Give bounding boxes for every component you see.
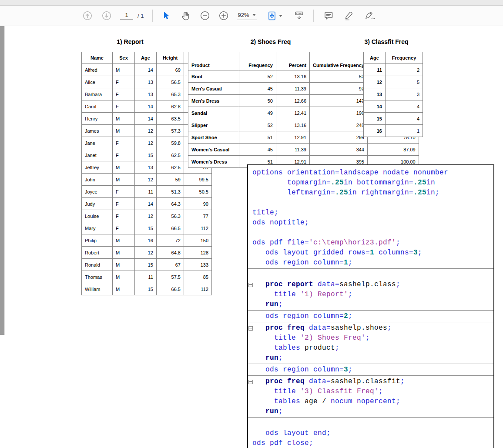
table-cell: 51 [239,131,276,144]
table-cell: 62.5 [157,161,184,174]
zoom-in-button[interactable] [219,11,228,20]
table-cell: 50 [239,95,276,107]
table-cell: F [113,198,135,210]
table-cell: 12.91 [276,131,310,144]
table-cell: 52 [239,119,276,131]
table-cell: 62.8 [157,100,184,113]
code-token: age / [305,398,331,405]
code-fold-icon[interactable] [248,326,253,331]
table-row: JudyF1464.390 [82,198,212,210]
table-cell: 3 [386,88,423,100]
hand-tool-button[interactable] [181,11,191,21]
table-cell: 52 [310,70,368,83]
code-token: ods layout gridded rows= [252,249,370,257]
report-table-title: 1) Report [81,38,179,45]
table-cell: 11.39 [276,144,310,156]
code-token: ; [379,388,383,395]
fit-page-button[interactable] [267,11,277,21]
code-token: ; [335,344,339,352]
table-cell: Jeffrey [82,161,113,174]
page-up-button[interactable] [83,11,92,20]
table-cell: M [113,113,135,125]
table-cell: 16 [364,125,386,137]
table-cell: 5 [386,76,423,88]
table-cell: 67 [157,259,184,271]
zoom-out-button[interactable] [200,11,210,20]
table-cell: M [113,283,135,295]
table-cell: Henry [82,113,113,125]
table-cell: 4 [386,113,423,125]
table-cell: 62.5 [157,149,184,161]
code-line: tables age / nocum nopercent; [252,397,493,407]
classfit-table-grid: AgeFrequency112125133144154161 [363,52,423,137]
table-cell: 12 [135,210,157,222]
table-cell: Alice [82,76,113,88]
code-token: in; [426,189,439,197]
code-line: ods layout gridded rows=1 columns=3; [252,248,493,258]
code-line: ods noptitle; [252,218,493,228]
code-section-divider [248,375,493,376]
code-line: ods pdf file='c:\temp\horiz3.pdf'; [252,238,493,248]
table-cell: 66.5 [157,283,184,295]
code-token: ; [348,291,352,298]
page-number-input[interactable]: 1 [120,12,133,20]
hide-toolbar-button[interactable] [294,10,305,21]
comment-button[interactable] [323,11,334,20]
select-tool-button[interactable] [161,11,170,20]
page-down-icon [102,11,111,20]
code-token: ods region column= [252,312,344,320]
code-token: ; [278,408,283,415]
table-header-row: AgeFrequency [364,52,423,64]
table-cell: 14 [135,100,157,113]
table-cell: 45 [239,144,276,156]
code-token: topmargin= [252,179,331,187]
table-cell: 59 [157,174,184,186]
highlight-button[interactable] [343,10,354,21]
table-cell: 13 [135,76,157,88]
fill-and-sign-button[interactable] [364,11,376,21]
page-down-button[interactable] [102,11,111,20]
hand-icon [181,11,191,21]
table-cell: 13.16 [276,119,310,131]
zoom-level-dropdown[interactable]: 92% [237,12,256,20]
table-cell: 11 [135,271,157,283]
table-cell: Robert [82,247,113,259]
table-cell: 12 [135,247,157,259]
code-token: 1 [344,259,348,267]
code-token: ; [396,281,400,288]
table-cell: 63.5 [157,113,184,125]
code-fold-icon[interactable] [248,283,253,287]
code-line: ods layout end; [252,428,493,438]
column-header: Name [82,52,113,64]
table-cell: Sport Shoe [188,131,239,144]
table-cell: 87.09 [367,144,419,156]
table-cell: 344 [310,144,368,156]
fit-page-dropdown[interactable] [279,15,282,17]
code-token: in [426,179,435,187]
table-cell: 90 [184,198,212,210]
code-line: title '3) Classfit Freq'; [252,387,493,397]
table-cell: 57.5 [157,271,184,283]
table-cell: 12 [364,76,386,88]
code-token: ; [348,259,352,267]
code-fold-icon[interactable] [248,380,253,384]
table-cell: 14 [135,113,157,125]
code-token: tables [252,344,305,352]
column-header: Product [188,52,239,70]
code-line: run; [252,407,493,417]
code-token: data= [309,378,331,385]
toolbar-divider [313,10,314,22]
table-cell: Mary [82,222,113,234]
table-cell: 14 [364,100,386,113]
table-cell: Janet [82,149,113,161]
code-token: ; [348,312,352,320]
code-token: ods layout end; [252,429,331,437]
table-cell: F [113,137,135,149]
table-cell: Sandal [188,107,239,119]
code-token: title; [252,209,278,217]
table-cell: 52 [239,70,276,83]
code-token: proc report [252,281,318,288]
table-cell: 248 [310,119,368,131]
code-token: leftmargin= [252,189,335,197]
table-cell: 196 [310,107,368,119]
